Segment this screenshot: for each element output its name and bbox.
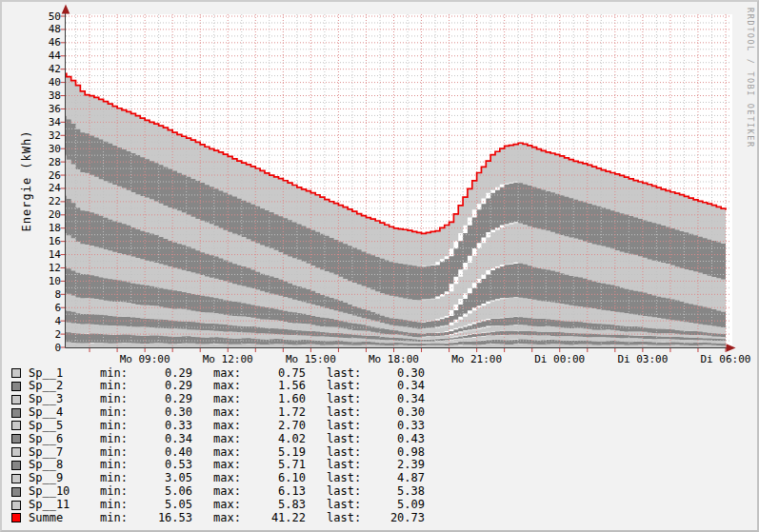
rrdtool-watermark: RRDTOOL / TOBI OETIKER <box>746 8 755 148</box>
y-tick-label: 0 <box>54 342 61 354</box>
y-tick-label: 18 <box>49 222 61 234</box>
x-tick-label: Di 03:00 <box>617 353 668 365</box>
y-tick-label: 28 <box>49 156 61 168</box>
y-tick-label: 34 <box>49 116 62 128</box>
y-axis-title: Energie (kWh) <box>20 130 33 232</box>
y-tick-label: 40 <box>49 76 61 89</box>
x-tick-label: Di 06:00 <box>701 353 751 365</box>
y-tick-label: 32 <box>49 129 61 142</box>
y-tick-label: 14 <box>49 248 62 261</box>
y-tick-label: 30 <box>49 143 61 155</box>
x-tick-label: Mo 21:00 <box>451 353 502 365</box>
y-tick-label: 38 <box>49 89 61 102</box>
y-tick-label: 20 <box>49 208 61 221</box>
x-tick-label: Mo 12:00 <box>203 353 253 365</box>
x-tick-label: Di 00:00 <box>534 353 585 365</box>
y-tick-label: 26 <box>49 169 61 182</box>
x-tick-label: Mo 15:00 <box>286 353 336 365</box>
y-tick-label: 22 <box>49 195 61 207</box>
x-tick-label: Mo 09:00 <box>120 353 170 365</box>
y-tick-label: 2 <box>54 328 61 341</box>
y-tick-label: 46 <box>49 36 61 49</box>
y-tick-label: 36 <box>49 103 61 115</box>
y-tick-label: 10 <box>49 275 61 287</box>
y-tick-label: 24 <box>49 182 62 194</box>
y-tick-label: 6 <box>54 302 61 314</box>
y-tick-label: 50 <box>49 10 61 23</box>
y-tick-label: 12 <box>49 262 61 274</box>
rrd-graph-svg: 0246810121416182022242628303234363840424… <box>2 2 759 532</box>
y-tick-label: 16 <box>49 235 61 247</box>
y-axis-arrow-icon <box>62 5 70 14</box>
y-tick-label: 4 <box>54 315 61 327</box>
y-tick-label: 48 <box>49 23 61 35</box>
y-tick-label: 44 <box>49 49 62 62</box>
y-tick-label: 8 <box>54 288 61 301</box>
rrdtool-graph-image: 0246810121416182022242628303234363840424… <box>0 0 759 532</box>
y-tick-label: 42 <box>49 63 61 75</box>
x-tick-label: Mo 18:00 <box>369 353 419 365</box>
